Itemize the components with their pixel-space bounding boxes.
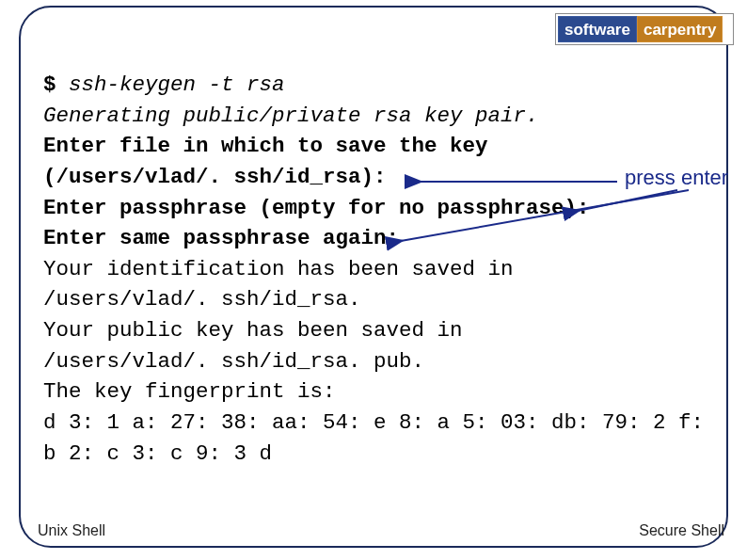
command-text: ssh-keygen -t rsa	[56, 72, 285, 97]
line-id-path: /users/vlad/. ssh/id_rsa.	[43, 284, 721, 315]
footer-right: Secure Shell	[639, 522, 724, 539]
arrow-to-passphrase-again	[393, 188, 694, 247]
line-generating: Generating public/private rsa key pair.	[43, 101, 721, 132]
command-line: $ ssh-keygen -t rsa	[43, 70, 721, 101]
press-enter-annotation: press enter	[625, 166, 728, 190]
arrow-to-file-prompt	[412, 175, 623, 188]
line-identification-saved: Your identification has been saved in	[43, 254, 721, 285]
logo-word-carpentry: carpentry	[637, 16, 723, 42]
line-fingerprint: d 3: 1 a: 27: 38: aa: 54: e 8: a 5: 03: …	[43, 408, 721, 469]
line-pub-path: /users/vlad/. ssh/id_rsa. pub.	[43, 346, 721, 377]
terminal-output: $ ssh-keygen -t rsa Generating public/pr…	[43, 70, 721, 469]
prompt: $	[43, 72, 56, 97]
line-fingerprint-label: The key fingerprint is:	[43, 376, 721, 408]
software-carpentry-logo: software carpentry	[555, 13, 734, 45]
svg-line-2	[401, 190, 689, 241]
footer-left: Unix Shell	[38, 522, 105, 539]
line-enter-file: Enter file in which to save the key	[43, 131, 721, 162]
line-public-key-saved: Your public key has been saved in	[43, 315, 721, 346]
logo-word-software: software	[558, 16, 637, 42]
